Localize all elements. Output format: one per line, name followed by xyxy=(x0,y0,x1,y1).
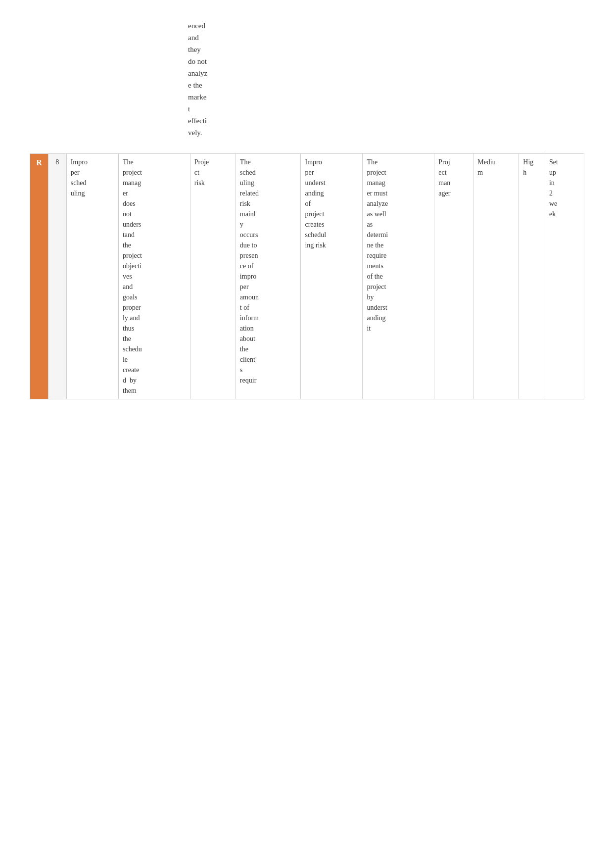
col-10-cell: Set up in 2 we ek xyxy=(545,154,584,399)
col-2-line-20: le xyxy=(123,354,186,365)
col-4-line-13: per xyxy=(240,282,297,292)
col-6-line-16: anding xyxy=(367,313,430,323)
col-6-line-5: analyze xyxy=(367,198,430,209)
top-text-section: enced and they do not analyz e the marke… xyxy=(30,20,584,139)
col-6-line-10: require xyxy=(367,250,430,261)
col-2-line-16: ly and xyxy=(123,313,186,323)
col-2-line-23: them xyxy=(123,386,186,396)
page-container: enced and they do not analyz e the marke… xyxy=(0,0,614,419)
col-1-line-1: Impro xyxy=(71,157,114,167)
col-4-line-12: impro xyxy=(240,271,297,282)
col-10-line-1: Set xyxy=(549,157,580,167)
col-6-line-8: determi xyxy=(367,230,430,240)
col-6-line-4: er must xyxy=(367,188,430,198)
col-2-line-14: goals xyxy=(123,292,186,302)
col-4-line-21: s xyxy=(240,365,297,375)
col-4-line-15: t of xyxy=(240,302,297,313)
col-4-line-9: due to xyxy=(240,240,297,250)
col-6-line-3: manag xyxy=(367,178,430,188)
col-4-line-14: amoun xyxy=(240,292,297,302)
col-2-line-5: does xyxy=(123,198,186,209)
col-8-line-2: m xyxy=(477,167,515,178)
top-line-5: analyz xyxy=(188,67,247,79)
col-10-line-4: 2 xyxy=(549,188,580,198)
col-9-line-2: h xyxy=(523,167,541,178)
col-4-line-19: the xyxy=(240,344,297,354)
col-10-line-5: we xyxy=(549,198,580,209)
col-2-line-2: project xyxy=(123,167,186,178)
col-4-line-5: risk xyxy=(240,198,297,209)
col-6-line-12: of the xyxy=(367,271,430,282)
col-5-line-8: schedul xyxy=(305,230,358,240)
col-5-line-7: creates xyxy=(305,219,358,230)
col-7-line-4: ager xyxy=(438,188,469,198)
col-9-line-1: Hig xyxy=(523,157,541,167)
col-2-line-7: unders xyxy=(123,219,186,230)
number-cell: 8 xyxy=(48,154,66,399)
col-2-line-6: not xyxy=(123,209,186,219)
col-5-line-6: project xyxy=(305,209,358,219)
table-section: R 8 Impro per sched uling The project m xyxy=(30,153,584,399)
col-4-line-3: uling xyxy=(240,178,297,188)
col-2-line-15: proper xyxy=(123,302,186,313)
col-6-line-1: The xyxy=(367,157,430,167)
col-4-line-8: occurs xyxy=(240,230,297,240)
col-6-line-11: ments xyxy=(367,261,430,271)
col-4-line-22: requir xyxy=(240,375,297,386)
col-2-line-17: thus xyxy=(123,323,186,334)
col-8-line-1: Mediu xyxy=(477,157,515,167)
col-2-line-12: ves xyxy=(123,271,186,282)
col-5-line-5: of xyxy=(305,198,358,209)
col-6-line-17: it xyxy=(367,323,430,334)
top-line-1: enced xyxy=(188,20,247,32)
col-2-line-8: tand xyxy=(123,230,186,240)
col-4-line-1: The xyxy=(240,157,297,167)
col-6-line-13: project xyxy=(367,282,430,292)
col-6-line-14: by xyxy=(367,292,430,302)
col-6-line-15: underst xyxy=(367,302,430,313)
col-10-line-2: up xyxy=(549,167,580,178)
col-2-line-18: the xyxy=(123,334,186,344)
col-2-line-13: and xyxy=(123,282,186,292)
col-7-line-2: ect xyxy=(438,167,469,178)
top-line-9: effecti xyxy=(188,115,247,127)
top-line-7: marke xyxy=(188,91,247,103)
col-10-line-3: in xyxy=(549,178,580,188)
top-line-4: do not xyxy=(188,55,247,67)
col-2-line-4: er xyxy=(123,188,186,198)
col-7-cell: Proj ect man ager xyxy=(434,154,473,399)
col-4-line-16: inform xyxy=(240,313,297,323)
col-6-line-6: as well xyxy=(367,209,430,219)
top-line-8: t xyxy=(188,103,247,115)
col-4-line-10: presen xyxy=(240,250,297,261)
main-table: R 8 Impro per sched uling The project m xyxy=(30,153,584,399)
r-label-cell: R xyxy=(30,154,48,399)
col-3-line-2: ct xyxy=(194,167,232,178)
col-10-line-6: ek xyxy=(549,209,580,219)
col-4-line-4: related xyxy=(240,188,297,198)
col-6-line-7: as xyxy=(367,219,430,230)
col-2-line-9: the xyxy=(123,240,186,250)
col-4-line-17: ation xyxy=(240,323,297,334)
top-line-6: e the xyxy=(188,79,247,91)
col-1-line-3: sched xyxy=(71,178,114,188)
col-3-line-3: risk xyxy=(194,178,232,188)
col-3-line-1: Proje xyxy=(194,157,232,167)
col-2-line-22: d by xyxy=(123,375,186,386)
col-9-cell: Hig h xyxy=(519,154,545,399)
col-3-cell: Proje ct risk xyxy=(190,154,236,399)
col-8-cell: Mediu m xyxy=(473,154,519,399)
col-2-line-11: objecti xyxy=(123,261,186,271)
col-1-line-2: per xyxy=(71,167,114,178)
col-4-line-20: client' xyxy=(240,354,297,365)
col-4-line-6: mainl xyxy=(240,209,297,219)
top-text-column: enced and they do not analyz e the marke… xyxy=(188,20,247,139)
col-4-line-11: ce of xyxy=(240,261,297,271)
col-6-cell: The project manag er must analyze as wel… xyxy=(363,154,434,399)
col-7-line-3: man xyxy=(438,178,469,188)
col-5-line-4: anding xyxy=(305,188,358,198)
col-2-line-19: schedu xyxy=(123,344,186,354)
r-label: R xyxy=(36,158,42,167)
table-row: R 8 Impro per sched uling The project m xyxy=(30,154,584,399)
col-5-line-3: underst xyxy=(305,178,358,188)
